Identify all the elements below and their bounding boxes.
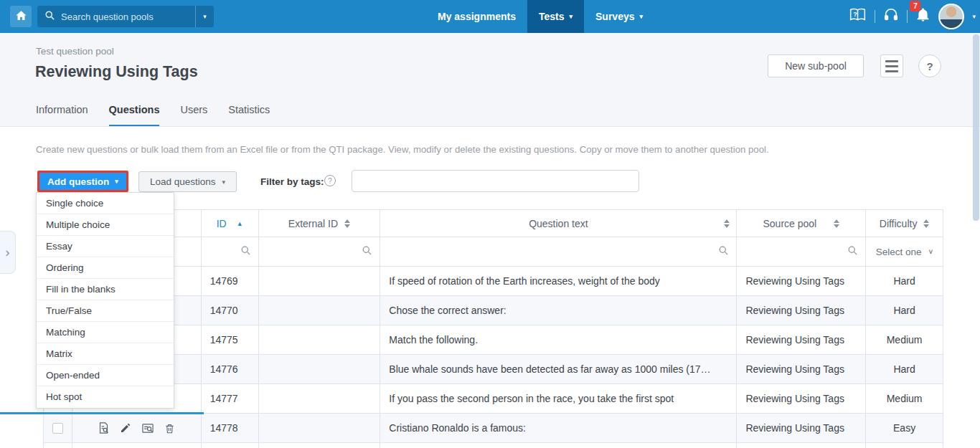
support-button[interactable] (883, 7, 899, 26)
notifications-button[interactable]: 7 (915, 7, 930, 26)
id-filter-input[interactable] (202, 237, 259, 266)
menu-item-single-choice[interactable]: Single choice (37, 193, 174, 214)
search-icon (37, 10, 61, 24)
row-cell-external-id (259, 325, 381, 354)
search-input[interactable] (61, 11, 195, 22)
menu-item-ordering[interactable]: Ordering (37, 257, 174, 279)
menu-item-essay[interactable]: Essay (37, 236, 174, 257)
load-questions-button[interactable]: Load questions ▾ (138, 171, 237, 192)
nav-label: Surveys (595, 11, 634, 22)
row-cell-external-id (259, 267, 381, 295)
nav-label: Tests (539, 11, 565, 22)
external-id-filter-input[interactable] (259, 237, 381, 266)
home-icon (15, 9, 27, 24)
book-help-icon: ? (849, 7, 867, 26)
row-cell-source-pool: Reviewing Using Tags (737, 443, 866, 448)
row-cell-question-text[interactable]: If speed of rotation of the Earth increa… (380, 267, 737, 295)
filter-by-tags-input[interactable] (352, 170, 639, 192)
row-cell-id: 14779 (202, 443, 259, 448)
search-scope-dropdown-button[interactable]: ▾ (195, 6, 214, 27)
sort-ascending-icon: ▲ (237, 220, 243, 227)
table-row: 14769 If speed of rotation of the Earth … (44, 267, 943, 296)
row-cell-id: 14775 (202, 325, 259, 354)
vertical-scrollbar[interactable] (973, 34, 979, 221)
tab-statistics[interactable]: Statistics (228, 104, 270, 127)
row-cell-question-text[interactable]: Match the following. (380, 325, 737, 354)
row-cell-question-text[interactable]: Blue whale sounds have been detected as … (380, 355, 737, 383)
row-cell-source-pool: Reviewing Using Tags (737, 384, 866, 413)
caret-down-icon: ▾ (115, 178, 118, 185)
question-mark-icon: ? (926, 60, 933, 72)
question-text-filter-input[interactable] (380, 237, 737, 266)
headset-icon (883, 7, 899, 26)
column-header-question-text[interactable]: Question text (380, 210, 737, 237)
column-header-external-id[interactable]: External ID (259, 210, 381, 237)
notification-badge: 7 (910, 1, 920, 11)
row-cell-actions (72, 443, 202, 448)
options-menu-button[interactable] (880, 54, 903, 77)
row-cell-difficulty: Medium (866, 443, 943, 448)
nav-surveys[interactable]: Surveys ▾ (584, 0, 654, 33)
row-cell-id: 14776 (202, 355, 259, 383)
top-navigation-bar: ▾ My assignments Tests ▾ Surveys ▾ (0, 0, 980, 33)
tags-help-icon[interactable]: ? (324, 175, 336, 186)
caret-down-icon: ▾ (640, 13, 644, 20)
nav-label: My assignments (438, 11, 516, 22)
knowledge-base-button[interactable]: ? (849, 7, 867, 26)
delete-trash-icon[interactable] (164, 422, 175, 434)
sort-icon (344, 219, 350, 228)
tab-users[interactable]: Users (180, 104, 207, 127)
menu-item-hot-spot[interactable]: Hot spot (37, 386, 174, 408)
row-cell-source-pool: Reviewing Using Tags (737, 414, 866, 442)
main-nav: My assignments Tests ▾ Surveys ▾ (426, 0, 654, 33)
row-cell-question-text[interactable]: Cristiano Ronaldo is a famous: (380, 414, 737, 442)
edit-pencil-icon[interactable] (120, 422, 131, 434)
divider (0, 412, 204, 414)
menu-item-fill-in-the-blanks[interactable]: Fill in the blanks (37, 279, 174, 300)
row-cell-difficulty: Easy (866, 414, 943, 442)
column-header-id[interactable]: ID▲ (202, 210, 259, 237)
row-cell-id: 14777 (202, 384, 259, 413)
difficulty-filter-select[interactable]: Select one˅ (866, 237, 943, 266)
page-help-button[interactable]: ? (918, 54, 941, 77)
row-cell-external-id (259, 296, 381, 325)
nav-tests[interactable]: Tests ▾ (527, 0, 584, 33)
menu-item-true-false[interactable]: True/False (37, 300, 174, 322)
column-header-difficulty[interactable]: Difficulty (866, 210, 943, 237)
sidebar-expand-button[interactable]: › (0, 231, 16, 274)
divider (0, 126, 980, 127)
row-cell-source-pool: Reviewing Using Tags (737, 296, 866, 325)
tab-questions[interactable]: Questions (109, 104, 160, 127)
menu-item-matrix[interactable]: Matrix (37, 343, 174, 365)
row-cell-question-text[interactable]: Chose the correct answer: (380, 296, 737, 325)
avatar[interactable] (938, 4, 964, 29)
view-details-icon[interactable] (141, 422, 154, 434)
table-row: 14777 If you pass the second person in t… (44, 384, 943, 414)
tab-information[interactable]: Information (36, 104, 88, 127)
row-cell-question-text[interactable]: If you pass the second person in the rac… (380, 384, 737, 413)
sort-icon (724, 219, 730, 228)
search-icon (718, 245, 729, 258)
new-sub-pool-button[interactable]: New sub-pool (768, 54, 864, 77)
preview-question-icon[interactable] (98, 421, 110, 434)
nav-my-assignments[interactable]: My assignments (426, 0, 527, 33)
question-pool-page: ▾ My assignments Tests ▾ Surveys ▾ (0, 0, 980, 448)
row-cell-question-text[interactable] (380, 443, 737, 448)
add-question-button[interactable]: Add question ▾ (37, 171, 128, 192)
menu-item-multiple-choice[interactable]: Multiple choice (37, 214, 174, 236)
source-pool-filter-input[interactable] (737, 237, 866, 266)
row-checkbox[interactable] (52, 423, 63, 434)
row-cell-select (44, 443, 72, 448)
caret-down-icon: ▾ (222, 178, 226, 186)
table-row: 14776 Blue whale sounds have been detect… (44, 355, 943, 384)
filter-by-tags-label: Filter by tags: (260, 176, 324, 187)
menu-item-matching[interactable]: Matching (37, 322, 174, 343)
hamburger-icon (885, 60, 898, 62)
home-button[interactable] (10, 6, 32, 27)
row-cell-difficulty: Medium (866, 384, 943, 413)
caret-down-icon[interactable]: ▾ (972, 13, 976, 20)
menu-item-open-ended[interactable]: Open-ended (37, 365, 174, 386)
column-header-source-pool[interactable]: Source pool (737, 210, 866, 237)
search-icon (362, 245, 372, 258)
chevron-right-icon: › (5, 244, 9, 260)
